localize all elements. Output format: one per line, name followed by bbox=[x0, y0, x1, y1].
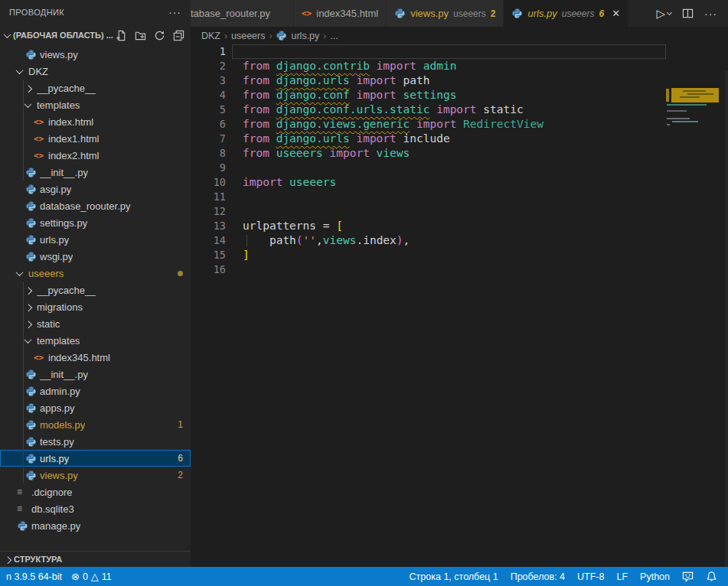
editor-more-icon[interactable]: ··· bbox=[704, 8, 717, 20]
workspace-section-header[interactable]: (РАБОЧАЯ ОБЛАСТЬ) ... bbox=[0, 24, 191, 46]
tree-file-views.py[interactable]: views.py bbox=[0, 46, 191, 63]
tree-item-label: manage.py bbox=[31, 520, 80, 532]
tree-file-database_roouter.py[interactable]: database_roouter.py bbox=[0, 197, 191, 214]
python-icon bbox=[25, 200, 37, 212]
cursor-position-status[interactable]: Строка 1, столбец 1 bbox=[405, 571, 503, 582]
split-editor-icon[interactable] bbox=[682, 8, 694, 19]
notifications-bell-icon[interactable] bbox=[701, 571, 722, 582]
code-line-11[interactable]: 11 bbox=[191, 190, 728, 204]
chevron-down-icon bbox=[24, 100, 32, 108]
code-line-4[interactable]: 4from django.conf import settings bbox=[191, 88, 728, 103]
tree-item-label: DKZ bbox=[28, 66, 48, 77]
tree-file-__init__.py[interactable]: __init__.py bbox=[0, 164, 191, 181]
new-folder-icon[interactable] bbox=[135, 30, 146, 41]
code-line-5[interactable]: 5from django.conf.urls.static import sta… bbox=[191, 103, 728, 117]
python-interpreter-status[interactable]: n 3.9.5 64-bit bbox=[2, 571, 67, 582]
code-line-text: from django.urls import path bbox=[226, 73, 429, 88]
tree-file-asgi.py[interactable]: asgi.py bbox=[0, 181, 191, 197]
tree-folder-migrations[interactable]: migrations bbox=[0, 298, 191, 315]
code-line-16[interactable]: 16 bbox=[191, 262, 728, 277]
tree-file-index1.html[interactable]: <>index1.html bbox=[0, 130, 191, 147]
new-file-icon[interactable] bbox=[116, 30, 127, 41]
line-number: 6 bbox=[191, 117, 226, 132]
line-number: 12 bbox=[191, 204, 226, 219]
eol-status[interactable]: LF bbox=[612, 571, 632, 582]
tree-item-label: migrations bbox=[37, 301, 83, 313]
tree-file-__init__.py[interactable]: __init__.py bbox=[0, 366, 191, 383]
problems-status[interactable]: ⊗ 0 △ 11 bbox=[67, 571, 116, 582]
tree-file-index2.html[interactable]: <>index2.html bbox=[0, 147, 191, 164]
tree-file-.dcignore[interactable]: ≡.dcignore bbox=[0, 483, 191, 500]
explorer-more-icon[interactable]: ··· bbox=[168, 6, 181, 18]
code-line-3[interactable]: 3from django.urls import path bbox=[191, 73, 728, 88]
code-line-1[interactable]: 1 bbox=[191, 44, 728, 59]
tree-file-views.py[interactable]: views.py2 bbox=[0, 467, 191, 483]
breadcrumb-item[interactable]: urls.py bbox=[291, 31, 319, 41]
code-line-10[interactable]: 10import useeers bbox=[191, 175, 728, 190]
code-line-14[interactable]: 14 path('',views.index), bbox=[191, 233, 728, 248]
tree-item-label: wsgi.py bbox=[40, 251, 73, 262]
tree-folder-__pycache__[interactable]: __pycache__ bbox=[0, 282, 191, 298]
tree-file-wsgi.py[interactable]: wsgi.py bbox=[0, 248, 191, 265]
tab-label: tabase_roouter.py bbox=[191, 8, 270, 19]
code-line-2[interactable]: 2from django.contrib import admin bbox=[191, 59, 728, 73]
breadcrumb-item[interactable]: useeers bbox=[231, 31, 265, 41]
tree-file-tests.py[interactable]: tests.py bbox=[0, 433, 191, 450]
code-line-8[interactable]: 8from useeers import views bbox=[191, 146, 728, 161]
language-mode-status[interactable]: Python bbox=[635, 571, 674, 582]
feedback-icon[interactable] bbox=[677, 571, 698, 582]
breadcrumb[interactable]: DKZ›useeers›urls.py›... bbox=[191, 27, 728, 44]
chevron-right-icon bbox=[24, 287, 32, 295]
tree-file-models.py[interactable]: models.py1 bbox=[0, 416, 191, 433]
tree-file-manage.py[interactable]: manage.py bbox=[0, 517, 191, 534]
collapse-all-icon[interactable] bbox=[173, 30, 184, 41]
tree-file-index345.html[interactable]: <>index345.html bbox=[0, 349, 191, 366]
tab-views.py[interactable]: views.pyuseeers2 bbox=[387, 0, 504, 27]
tab-urls.py[interactable]: urls.pyuseeers6✕ bbox=[504, 0, 628, 27]
breadcrumb-item[interactable]: DKZ bbox=[201, 31, 220, 41]
breadcrumb-item[interactable]: ... bbox=[330, 31, 338, 41]
tab-index345.html[interactable]: <>index345.html bbox=[294, 0, 387, 27]
code-line-15[interactable]: 15] bbox=[191, 248, 728, 262]
code-line-12[interactable]: 12 bbox=[191, 204, 728, 219]
tree-file-apps.py[interactable]: apps.py bbox=[0, 399, 191, 416]
code-line-text: from django.conf import settings bbox=[226, 88, 456, 103]
outline-section-header[interactable]: СТРУКТУРА bbox=[0, 551, 191, 567]
tree-folder-DKZ[interactable]: DKZ bbox=[0, 63, 191, 80]
indent-guide bbox=[246, 235, 247, 246]
code-line-text bbox=[226, 204, 243, 219]
minimap[interactable] bbox=[666, 86, 725, 586]
tree-file-urls.py[interactable]: urls.py bbox=[0, 231, 191, 248]
tree-file-admin.py[interactable]: admin.py bbox=[0, 383, 191, 399]
run-dropdown-icon[interactable] bbox=[667, 9, 672, 15]
indentation-status[interactable]: Пробелов: 4 bbox=[506, 571, 570, 582]
code-editor[interactable]: 12from django.contrib import admin3from … bbox=[191, 44, 728, 567]
line-number: 10 bbox=[191, 175, 226, 190]
run-button[interactable]: ▷ bbox=[656, 7, 671, 21]
tree-folder-templates[interactable]: templates bbox=[0, 96, 191, 113]
code-line-6[interactable]: 6from django.views.generic import Redire… bbox=[191, 117, 728, 132]
line-number: 14 bbox=[191, 233, 226, 248]
tree-folder-__pycache__[interactable]: __pycache__ bbox=[0, 80, 191, 96]
tree-folder-static[interactable]: static bbox=[0, 315, 191, 332]
line-number: 11 bbox=[191, 190, 226, 204]
refresh-icon[interactable] bbox=[154, 30, 165, 41]
code-line-13[interactable]: 13urlpatterns = [ bbox=[191, 219, 728, 233]
tree-folder-useeers[interactable]: useeers bbox=[0, 265, 191, 282]
tree-file-db.sqlite3[interactable]: ≡db.sqlite3 bbox=[0, 500, 191, 517]
code-line-text: ] bbox=[226, 248, 250, 262]
editor-scrollbar[interactable] bbox=[725, 71, 728, 567]
code-line-7[interactable]: 7from django.urls import include bbox=[191, 132, 728, 146]
tab-problems-badge: 2 bbox=[491, 8, 496, 19]
code-line-text: from django.conf.urls.static import stat… bbox=[226, 103, 524, 117]
tree-item-label: views.py bbox=[40, 470, 78, 481]
chevron-right-icon bbox=[4, 556, 11, 564]
code-line-9[interactable]: 9 bbox=[191, 161, 728, 175]
tree-folder-templates[interactable]: templates bbox=[0, 332, 191, 349]
tree-file-urls.py[interactable]: urls.py6 bbox=[0, 450, 191, 467]
close-tab-icon[interactable]: ✕ bbox=[612, 8, 620, 19]
tree-file-index.html[interactable]: <>index.html bbox=[0, 113, 191, 130]
tab-tabase_roouter.py[interactable]: tabase_roouter.py bbox=[191, 0, 294, 27]
tree-file-settings.py[interactable]: settings.py bbox=[0, 214, 191, 231]
encoding-status[interactable]: UTF-8 bbox=[573, 571, 609, 582]
